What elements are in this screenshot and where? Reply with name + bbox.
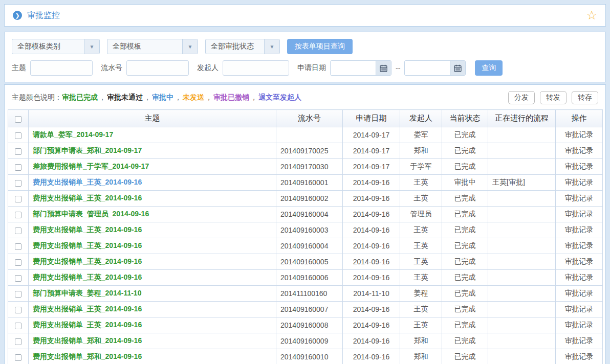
row-approval-record-link[interactable]: 审批记录 (565, 273, 594, 281)
row-status: 已完成 (442, 207, 488, 222)
row-checkbox[interactable] (15, 243, 21, 250)
row-checkbox[interactable] (15, 275, 21, 282)
row-checkbox[interactable] (15, 132, 21, 139)
row-approval-record-link[interactable]: 审批记录 (565, 178, 594, 186)
row-approval-record-link[interactable]: 审批记录 (565, 336, 594, 345)
row-subject-link[interactable]: 费用支出报销单_王英_2014-09-16 (33, 257, 142, 265)
row-subject-link[interactable]: 部门预算申请表_郑和_2014-09-17 (33, 146, 142, 154)
chevron-down-icon[interactable]: ▼ (84, 39, 99, 54)
row-subject-link[interactable]: 请款单_娄军_2014-09-17 (33, 130, 113, 139)
row-subject-link[interactable]: 费用支出报销单_王英_2014-09-16 (33, 305, 142, 313)
row-approval-record-link[interactable]: 审批记录 (565, 305, 594, 313)
row-initiator: 王英 (400, 270, 442, 286)
row-status: 已完成 (442, 238, 488, 254)
row-initiator: 王英 (400, 175, 442, 191)
row-date: 2014-09-16 (343, 333, 400, 349)
row-subject-link[interactable]: 费用支出报销单_王英_2014-09-16 (33, 321, 142, 329)
row-approval-record-link[interactable]: 审批记录 (565, 194, 594, 202)
row-approval-record-link[interactable]: 审批记录 (565, 162, 594, 170)
template-select[interactable]: 全部模板 ▼ (107, 39, 198, 54)
row-date: 2014-09-16 (343, 238, 400, 254)
row-checkbox[interactable] (15, 354, 21, 361)
row-approval-record-link[interactable]: 审批记录 (565, 321, 594, 329)
table-row: 费用支出报销单_王英_2014-09-16 201409160007 2014-… (8, 302, 603, 317)
row-serial: 201409160005 (276, 254, 343, 270)
chevron-down-icon[interactable]: ▼ (182, 39, 198, 54)
legend-item: 未发送 (183, 93, 204, 101)
approval-status-select[interactable]: 全部审批状态 ▼ (205, 39, 280, 54)
table-header-row: 主题 流水号 申请日期 发起人 当前状态 正在进行的流程 操作 (8, 110, 603, 127)
row-subject-link[interactable]: 费用支出报销单_王英_2014-09-16 (33, 194, 142, 202)
row-subject-link[interactable]: 费用支出报销单_王英_2014-09-16 (33, 241, 142, 249)
row-subject-link[interactable]: 费用支出报销单_王英_2014-09-16 (33, 273, 142, 281)
row-checkbox[interactable] (15, 180, 21, 187)
row-checkbox[interactable] (15, 212, 21, 218)
date-to-box (404, 60, 466, 76)
row-subject-link[interactable]: 部门预算申请表_姜程_2014-11-10 (33, 289, 141, 297)
row-approval-record-link[interactable]: 审批记录 (565, 241, 594, 249)
select-all-checkbox[interactable] (15, 116, 21, 123)
row-approval-record-link[interactable]: 审批记录 (565, 352, 594, 360)
row-subject-link[interactable]: 费用支出报销单_郑和_2014-09-16 (33, 352, 142, 360)
row-process: 王英[审批] (488, 175, 556, 191)
row-initiator: 管理员 (400, 207, 442, 222)
row-checkbox[interactable] (15, 196, 21, 202)
row-date: 2014-09-17 (343, 159, 400, 175)
date-from-input[interactable] (331, 61, 376, 75)
row-date: 2014-09-16 (343, 270, 400, 286)
row-serial: 201409160006 (276, 270, 343, 286)
distribute-button[interactable]: 分发 (508, 91, 535, 104)
row-subject-link[interactable]: 费用支出报销单_郑和_2014-09-16 (33, 336, 142, 345)
row-checkbox[interactable] (15, 259, 21, 266)
table-body: 请款单_娄军_2014-09-17 2014-09-17 娄军 已完成 审批记录… (8, 127, 603, 364)
initiator-label: 发起人 (197, 63, 219, 73)
row-checkbox[interactable] (15, 338, 21, 345)
row-checkbox[interactable] (15, 164, 21, 171)
row-initiator: 郑和 (400, 143, 442, 159)
table-row: 部门预算申请表_管理员_2014-09-16 201409160004 2014… (8, 207, 603, 222)
form-item-query-button[interactable]: 按表单项目查询 (287, 39, 353, 54)
row-approval-record-link[interactable]: 审批记录 (565, 130, 594, 139)
arrow-circle-icon: ❯ (13, 11, 22, 20)
template-category-select[interactable]: 全部模板类别 ▼ (12, 39, 100, 54)
row-subject-link[interactable]: 费用支出报销单_王英_2014-09-16 (33, 178, 142, 186)
row-subject-link[interactable]: 部门预算申请表_管理员_2014-09-16 (33, 210, 149, 218)
row-checkbox[interactable] (15, 323, 21, 329)
row-process (488, 333, 556, 349)
serial-input[interactable] (126, 60, 189, 76)
row-date: 2014-09-16 (343, 191, 400, 207)
filter-panel: 全部模板类别 ▼ 全部模板 ▼ 全部审批状态 ▼ 按表单项目查询 主题 流水号 … (4, 32, 606, 82)
favorite-star-icon[interactable]: ☆ (586, 9, 597, 21)
search-button[interactable]: 查询 (475, 60, 503, 76)
table-row: 费用支出报销单_王英_2014-09-16 201409160003 2014-… (8, 222, 603, 238)
row-approval-record-link[interactable]: 审批记录 (565, 225, 594, 234)
table-row: 费用支出报销单_王英_2014-09-16 201409160006 2014-… (8, 270, 603, 286)
row-subject-link[interactable]: 差旅费用报销单_于学军_2014-09-17 (33, 162, 149, 170)
legend-separator: ， (250, 93, 257, 101)
row-approval-record-link[interactable]: 审批记录 (565, 146, 594, 154)
initiator-input[interactable] (223, 60, 289, 76)
calendar-icon[interactable] (450, 61, 465, 75)
row-approval-record-link[interactable]: 审批记录 (565, 210, 594, 218)
row-process (488, 302, 556, 317)
subject-input[interactable] (30, 60, 93, 76)
row-initiator: 娄军 (400, 127, 442, 143)
date-to-input[interactable] (405, 61, 450, 75)
legend-item: 审批已完成 (62, 93, 98, 101)
row-process (488, 207, 556, 222)
row-subject-link[interactable]: 费用支出报销单_王英_2014-09-16 (33, 225, 142, 234)
row-approval-record-link[interactable]: 审批记录 (565, 289, 594, 297)
row-checkbox[interactable] (15, 307, 21, 313)
row-checkbox[interactable] (15, 291, 21, 298)
row-checkbox[interactable] (15, 228, 21, 234)
table-row: 部门预算申请表_姜程_2014-11-10 201411100160 2014-… (8, 286, 603, 302)
forward-button[interactable]: 转发 (540, 91, 567, 104)
chevron-down-icon[interactable]: ▼ (264, 39, 279, 54)
row-approval-record-link[interactable]: 审批记录 (565, 257, 594, 265)
save-as-button[interactable]: 转存 (572, 91, 598, 104)
row-initiator: 于学军 (400, 159, 442, 175)
row-initiator: 郑和 (400, 333, 442, 349)
row-date: 2014-09-16 (343, 207, 400, 222)
calendar-icon[interactable] (376, 61, 391, 75)
row-checkbox[interactable] (15, 148, 21, 155)
